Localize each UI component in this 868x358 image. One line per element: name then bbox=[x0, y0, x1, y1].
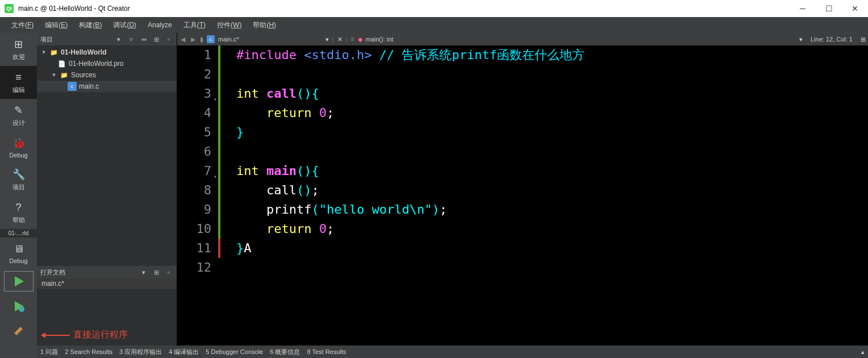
expand-icon: ▼ bbox=[40, 49, 47, 55]
mode-icon: ⊞ bbox=[12, 38, 26, 51]
mode-sidebar: ⊞欢迎≡编辑✎设计🐞Debug🔧项目?帮助 01-…rld 🖥 Debug bbox=[0, 33, 37, 358]
project-panel: 项目 ▾ ▿ ⇔ ⊞ ▫ ▼ 📁 01-HelloWorld 📄 01-Hell… bbox=[37, 33, 177, 358]
mode-icon: ✎ bbox=[12, 103, 26, 117]
menu-调试[interactable]: 调试(D) bbox=[107, 18, 142, 32]
output-pane-3-应用程序输出[interactable]: 3 应用程序输出 bbox=[119, 348, 162, 356]
code-line[interactable]: call(); bbox=[236, 181, 868, 200]
dropdown-icon[interactable]: ▾ bbox=[799, 36, 803, 43]
build-button[interactable] bbox=[4, 321, 34, 342]
line-number[interactable]: 10 bbox=[177, 219, 211, 239]
line-number[interactable]: 1 bbox=[177, 45, 211, 65]
mode-icon: 🔧 bbox=[12, 168, 26, 181]
output-pane-1-问题[interactable]: 1 问题 bbox=[40, 348, 58, 356]
menu-编辑[interactable]: 编辑(E) bbox=[39, 18, 73, 32]
close-button[interactable]: ✕ bbox=[842, 0, 868, 17]
open-doc-item[interactable]: main.c* bbox=[37, 278, 177, 289]
panel-close-icon[interactable]: ▫ bbox=[164, 269, 173, 276]
output-pane-5-Debugger-Console[interactable]: 5 Debugger Console bbox=[206, 348, 263, 355]
mode-欢迎[interactable]: ⊞欢迎 bbox=[0, 33, 37, 66]
code-line[interactable]: }A bbox=[236, 239, 868, 258]
menu-构建[interactable]: 构建(B) bbox=[73, 18, 107, 32]
line-number[interactable]: 2 bbox=[177, 65, 211, 84]
tree-sources-folder[interactable]: ▼ 📁 Sources bbox=[37, 69, 177, 81]
menu-帮助[interactable]: 帮助(H) bbox=[247, 18, 282, 32]
menubar: 文件(F)编辑(E)构建(B)调试(D)Analyze工具(T)控件(W)帮助(… bbox=[0, 17, 868, 33]
project-icon: 📁 bbox=[49, 48, 59, 57]
mode-label: 项目 bbox=[12, 183, 25, 192]
tree-main-file[interactable]: c main.c bbox=[37, 81, 177, 92]
line-number[interactable]: 9 bbox=[177, 200, 211, 219]
editor-close-button[interactable]: ✕ bbox=[337, 36, 343, 43]
hash-icon: # bbox=[350, 36, 354, 43]
annotation-arrow-icon bbox=[41, 335, 70, 336]
code-line[interactable]: return 0; bbox=[236, 103, 868, 123]
svg-point-2 bbox=[19, 306, 24, 312]
line-number[interactable]: 3▾ bbox=[177, 84, 211, 103]
fold-icon[interactable]: ▾ bbox=[214, 90, 217, 109]
filter-icon[interactable]: ▿ bbox=[127, 36, 136, 43]
tree-pro-file[interactable]: 📄 01-HelloWorld.pro bbox=[37, 58, 177, 69]
link-icon[interactable]: ⇔ bbox=[139, 36, 148, 43]
project-panel-title: 项目 bbox=[40, 35, 111, 44]
panel-close-icon[interactable]: ▫ bbox=[164, 36, 173, 43]
split-icon[interactable]: ⊞ bbox=[152, 36, 161, 43]
mode-编辑[interactable]: ≡编辑 bbox=[0, 66, 37, 99]
fold-icon[interactable]: ▾ bbox=[214, 167, 217, 186]
split-icon[interactable]: ⊞ bbox=[152, 269, 161, 276]
mode-icon: ≡ bbox=[12, 70, 26, 84]
debug-run-button[interactable] bbox=[4, 296, 34, 317]
code-editor[interactable]: 123▾4567▾89101112 #include <stdio.h> // … bbox=[177, 45, 868, 358]
line-number[interactable]: 11 bbox=[177, 239, 211, 258]
mode-Debug[interactable]: 🐞Debug bbox=[0, 132, 37, 163]
code-line[interactable]: int main(){ bbox=[236, 161, 868, 181]
annotation-run-hint: 直接运行程序 bbox=[37, 324, 177, 345]
dropdown-icon[interactable]: ▾ bbox=[139, 269, 148, 276]
nav-back-button[interactable]: ◀ bbox=[180, 36, 186, 43]
symbol-icon: ◆ bbox=[358, 36, 362, 43]
code-line[interactable]: #include <stdio.h> // 告诉系统printf函数在什么地方 bbox=[236, 45, 868, 65]
dropdown-icon[interactable]: ▾ bbox=[114, 36, 123, 43]
menu-Analyze[interactable]: Analyze bbox=[142, 19, 178, 31]
kit-target-button[interactable]: 🖥 Debug bbox=[0, 238, 37, 269]
tree-root[interactable]: ▼ 📁 01-HelloWorld bbox=[37, 47, 177, 58]
annotation-text: 直接运行程序 bbox=[73, 329, 128, 341]
menu-工具[interactable]: 工具(T) bbox=[178, 18, 211, 32]
output-toggle-icon[interactable]: ▴ bbox=[861, 348, 865, 356]
mode-设计[interactable]: ✎设计 bbox=[0, 99, 37, 132]
tree-root-label: 01-HelloWorld bbox=[61, 48, 106, 56]
cursor-position[interactable]: Line: 12, Col: 1 bbox=[806, 36, 857, 43]
pro-file-icon: 📄 bbox=[57, 59, 66, 68]
line-number[interactable]: 7▾ bbox=[177, 161, 211, 181]
output-pane-8-Test-Results[interactable]: 8 Test Results bbox=[307, 348, 346, 355]
output-pane-2-Search-Results[interactable]: 2 Search Results bbox=[65, 348, 112, 355]
code-line[interactable]: return 0; bbox=[236, 219, 868, 239]
nav-forward-button[interactable]: ▶ bbox=[190, 36, 197, 43]
run-button[interactable] bbox=[4, 271, 34, 292]
menu-控件[interactable]: 控件(W) bbox=[211, 18, 247, 32]
output-pane-6-概要信息[interactable]: 6 概要信息 bbox=[270, 348, 300, 356]
expand-icon: ▼ bbox=[51, 72, 57, 78]
dropdown-icon[interactable]: ▾ bbox=[326, 36, 329, 43]
line-number[interactable]: 6 bbox=[177, 142, 211, 161]
menu-文件[interactable]: 文件(F) bbox=[6, 18, 39, 32]
mode-label: Debug bbox=[9, 152, 27, 159]
maximize-button[interactable]: ☐ bbox=[816, 0, 842, 17]
line-number[interactable]: 8 bbox=[177, 181, 211, 200]
line-number[interactable]: 5 bbox=[177, 123, 211, 142]
code-line[interactable]: int call(){ bbox=[236, 84, 868, 103]
code-line[interactable] bbox=[236, 258, 868, 277]
line-number[interactable]: 12 bbox=[177, 258, 211, 277]
mode-帮助[interactable]: ?帮助 bbox=[0, 196, 37, 229]
output-pane-4-编译输出[interactable]: 4 编译输出 bbox=[169, 348, 199, 356]
code-line[interactable] bbox=[236, 142, 868, 161]
code-line[interactable]: } bbox=[236, 123, 868, 142]
minimize-button[interactable]: ─ bbox=[790, 0, 816, 17]
kit-selector[interactable]: 01-…rld bbox=[0, 229, 37, 238]
line-number[interactable]: 4 bbox=[177, 103, 211, 123]
mode-项目[interactable]: 🔧项目 bbox=[0, 163, 37, 196]
code-line[interactable]: printf("hello world\n"); bbox=[236, 200, 868, 219]
bookmark-icon[interactable]: ▮ bbox=[200, 36, 203, 43]
split-editor-icon[interactable]: ⊞ bbox=[861, 36, 866, 43]
play-icon bbox=[12, 275, 25, 288]
code-line[interactable] bbox=[236, 65, 868, 84]
